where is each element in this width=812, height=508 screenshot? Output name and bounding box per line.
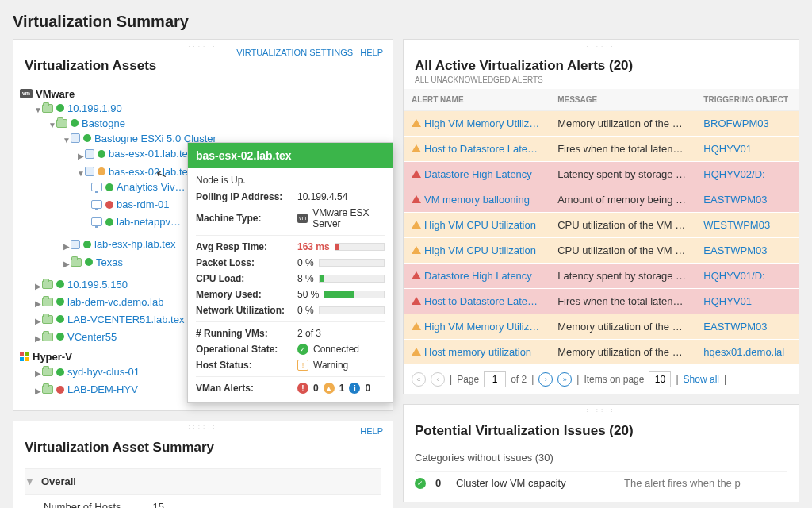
alert-message-cell: CPU utilization of the VM over 70% xyxy=(550,238,695,264)
alert-row[interactable]: High VM CPU UtilizationCPU utilization o… xyxy=(404,238,799,264)
alert-name-cell[interactable]: Host to Datastore Latency xyxy=(404,137,550,162)
chevron-right-icon[interactable]: ▶ xyxy=(63,242,71,251)
tree-host[interactable]: lab-esx-hp.lab.tex xyxy=(71,238,176,250)
alert-row[interactable]: High VM Memory UtilizationMemory utiliza… xyxy=(404,111,799,137)
alert-object-cell[interactable]: HQHYV01/D: xyxy=(695,264,799,289)
chevron-right-icon[interactable]: ▶ xyxy=(34,317,42,325)
warning-icon xyxy=(412,144,421,152)
folder-icon xyxy=(42,333,53,341)
alert-name-cell[interactable]: VM memory ballooning xyxy=(404,187,550,213)
overall-row[interactable]: ▼Overall xyxy=(25,468,381,495)
assets-title: Virtualization Assets xyxy=(25,58,381,74)
tree-svr[interactable]: LAB-VCENTER51.lab.tex xyxy=(42,314,184,325)
last-page-button[interactable]: » xyxy=(557,372,572,387)
prev-page-button[interactable]: ‹ xyxy=(431,372,445,387)
chevron-right-icon[interactable]: ▶ xyxy=(34,334,42,343)
chevron-right-icon[interactable]: ▶ xyxy=(34,299,42,308)
tooltip-status: Node is Up. xyxy=(196,175,385,186)
col-message[interactable]: MESSAGE xyxy=(550,89,695,111)
status-dot-icon xyxy=(98,167,105,175)
col-alert-name[interactable]: ALERT NAME xyxy=(404,89,550,111)
alert-object-cell[interactable]: EASTWPM03 xyxy=(695,314,799,340)
alert-name-cell[interactable]: Host memory utilization xyxy=(404,340,550,365)
alert-row[interactable]: High VM Memory UtilizationMemory utiliza… xyxy=(404,314,799,340)
polling-ip-label: Polling IP Address: xyxy=(196,191,293,202)
chevron-right-icon[interactable]: ▶ xyxy=(77,152,85,160)
avg-resp-value: 163 ms xyxy=(297,241,330,252)
pager: « ‹ | Page of 2 | › » | Items on page | … xyxy=(404,365,799,394)
tree-ip2[interactable]: 10.199.5.150 xyxy=(42,279,128,291)
alert-name-cell[interactable]: High VM Memory Utilization xyxy=(404,111,550,137)
col-triggering-object[interactable]: TRIGGERING OBJECT xyxy=(695,89,799,111)
alert-name-cell[interactable]: Datastore High Latency xyxy=(404,264,550,289)
items-input[interactable] xyxy=(649,371,671,387)
alert-object-cell[interactable]: BROFWPM03 xyxy=(695,111,799,137)
alert-row[interactable]: VM memory ballooningAmount of memory bei… xyxy=(404,187,799,213)
issue-desc: The alert fires when the p xyxy=(624,477,787,489)
asset-summary-panel: :::::: HELP Virtualization Asset Summary… xyxy=(13,421,393,508)
alert-name-cell[interactable]: Datastore High Latency xyxy=(404,162,550,187)
tree-vm[interactable]: lab-netappv… xyxy=(91,216,181,228)
chevron-right-icon[interactable]: ▶ xyxy=(34,387,42,395)
chevron-down-icon[interactable]: ▼ xyxy=(34,106,42,114)
drag-handle-icon[interactable]: :::::: xyxy=(404,40,799,50)
alert-name-cell[interactable]: High VM CPU Utilization xyxy=(404,238,550,264)
alert-object-cell[interactable]: EASTWPM03 xyxy=(695,187,799,213)
next-page-button[interactable]: › xyxy=(538,372,553,387)
alert-row[interactable]: Datastore High LatencyLatency spent by s… xyxy=(404,162,799,187)
tree-hv[interactable]: syd-hyv-clus-01 xyxy=(42,366,140,378)
virtualization-settings-link[interactable]: VIRTUALIZATION SETTINGS xyxy=(236,48,353,57)
alert-object-cell[interactable]: HQHYV01 xyxy=(695,137,799,162)
issue-row[interactable]: ✓ 0 Cluster low VM capacity The alert fi… xyxy=(415,471,787,494)
alert-object-cell[interactable]: WESTWPM03 xyxy=(695,213,799,238)
alert-object-cell[interactable]: HQHYV01 xyxy=(695,289,799,314)
alert-row[interactable]: Host to Datastore LatencyFires when the … xyxy=(404,289,799,314)
chevron-down-icon[interactable]: ▼ xyxy=(63,136,71,144)
categories-without-issues[interactable]: Categories without issues (30) xyxy=(415,452,787,464)
status-dot-icon xyxy=(56,368,64,376)
chevron-right-icon[interactable]: ▶ xyxy=(34,369,42,378)
chevron-right-icon[interactable]: ▶ xyxy=(63,260,71,268)
alert-name-cell[interactable]: High VM Memory Utilization xyxy=(404,314,550,340)
vman-alerts-value: !0 ▲1 i0 xyxy=(297,383,385,394)
tree-vm[interactable]: bas-rdm-01 xyxy=(91,198,169,210)
vm-icon xyxy=(91,183,102,191)
drag-handle-icon[interactable]: :::::: xyxy=(13,421,393,432)
tree-svr[interactable]: lab-dem-vc.demo.lab xyxy=(42,296,163,308)
alerts-subtitle: ALL UNACKNOWLEDGED ALERTS xyxy=(415,75,787,84)
status-dot-icon xyxy=(56,280,64,288)
tree-host-selected[interactable]: bas-esx-02.lab.tex xyxy=(85,166,193,178)
alert-row[interactable]: Host to Datastore LatencyFires when the … xyxy=(404,137,799,162)
vmware-root[interactable]: vmVMware xyxy=(20,88,75,100)
drag-handle-icon[interactable]: :::::: xyxy=(404,405,799,415)
alert-object-cell[interactable]: EASTWPM03 xyxy=(695,238,799,264)
host-tooltip: bas-esx-02.lab.tex Node is Up. Polling I… xyxy=(187,142,393,403)
tree-ip[interactable]: 10.199.1.90 xyxy=(42,102,122,114)
alert-row[interactable]: Host memory utilizationMemory utilizatio… xyxy=(404,340,799,365)
tree-hv[interactable]: LAB-DEM-HYV xyxy=(42,383,138,395)
tree-vm[interactable]: Analytics Viv… xyxy=(91,181,185,193)
chevron-down-icon[interactable]: ▼ xyxy=(48,121,56,129)
tree-svr[interactable]: VCenter55 xyxy=(42,331,117,343)
alert-row[interactable]: High VM CPU UtilizationCPU utilization o… xyxy=(404,213,799,238)
help-link[interactable]: HELP xyxy=(360,48,383,57)
alert-row[interactable]: Datastore High LatencyLatency spent by s… xyxy=(404,264,799,289)
chevron-right-icon[interactable]: ▶ xyxy=(34,282,42,291)
alert-name-cell[interactable]: High VM CPU Utilization xyxy=(404,213,550,238)
hyperv-root[interactable]: Hyper-V xyxy=(20,351,72,363)
help-link[interactable]: HELP xyxy=(360,426,383,436)
alert-name-cell[interactable]: Host to Datastore Latency xyxy=(404,289,550,314)
net-util-value: 0 % xyxy=(297,305,314,316)
tree-host[interactable]: bas-esx-01.lab.tex xyxy=(85,148,193,160)
tree-dc[interactable]: Bastogne xyxy=(56,117,125,129)
tree-dc2[interactable]: Texas xyxy=(71,256,123,268)
alert-object-cell[interactable]: HQHYV02/D: xyxy=(695,162,799,187)
page-input[interactable] xyxy=(484,371,506,387)
folder-icon xyxy=(42,368,53,376)
critical-badge-icon: ! xyxy=(297,383,308,394)
show-all-link[interactable]: Show all xyxy=(684,374,719,385)
chevron-down-icon[interactable]: ▼ xyxy=(77,169,85,178)
first-page-button[interactable]: « xyxy=(412,372,426,387)
alert-object-cell[interactable]: hqesx01.demo.lal xyxy=(695,340,799,365)
warning-icon xyxy=(412,119,421,127)
